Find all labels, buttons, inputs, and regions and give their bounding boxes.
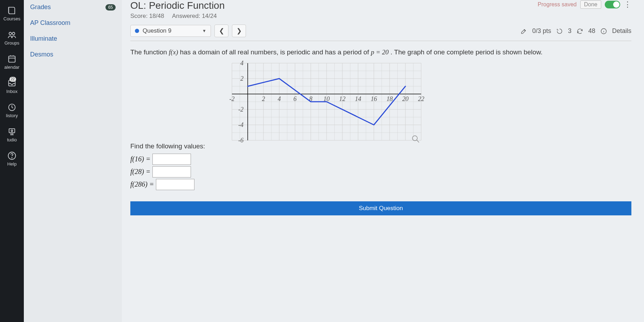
book-icon bbox=[7, 6, 17, 15]
answer-label: f(28) = bbox=[130, 168, 150, 176]
rail-label: Help bbox=[7, 161, 17, 167]
course-nav-illuminate[interactable]: Illuminate bbox=[30, 35, 116, 42]
retry-icon bbox=[556, 27, 563, 34]
main-content: OL: Periodic Function Score: 18/48 Answe… bbox=[122, 0, 644, 322]
rail-label: tudio bbox=[7, 137, 17, 142]
svg-text:4: 4 bbox=[240, 60, 244, 67]
rail-label: listory bbox=[6, 113, 18, 118]
left-rail: Courses Groups alendar 22 Inbox listory … bbox=[0, 0, 24, 322]
svg-text:12: 12 bbox=[339, 95, 345, 102]
details-link[interactable]: Details bbox=[612, 27, 631, 35]
progress-saved-label: Progress saved bbox=[538, 1, 577, 8]
svg-text:6: 6 bbox=[294, 95, 297, 102]
svg-rect-2 bbox=[9, 56, 15, 62]
rail-label: Groups bbox=[5, 40, 20, 46]
math-fx: f(x) bbox=[169, 48, 178, 56]
svg-text:2: 2 bbox=[262, 95, 265, 102]
rail-badge: 22 bbox=[9, 77, 16, 82]
people-icon bbox=[7, 30, 17, 40]
info-icon bbox=[600, 27, 607, 34]
svg-text:-2: -2 bbox=[229, 95, 235, 102]
course-nav-grades[interactable]: Grades bbox=[30, 4, 51, 11]
done-button[interactable]: Done bbox=[580, 0, 601, 9]
answers-block: f(16) = f(28) = f(286) = bbox=[130, 152, 631, 192]
calendar-icon bbox=[7, 54, 17, 64]
help-icon bbox=[7, 151, 17, 161]
menu-dots-icon[interactable]: ⋮ bbox=[624, 0, 631, 9]
retries-label: 3 bbox=[568, 27, 571, 35]
rail-item-studio[interactable]: tudio bbox=[7, 127, 17, 142]
svg-point-65 bbox=[412, 136, 417, 141]
svg-text:16: 16 bbox=[371, 95, 377, 102]
svg-text:-4: -4 bbox=[238, 121, 244, 128]
svg-text:4: 4 bbox=[278, 95, 281, 102]
rail-item-courses[interactable]: Courses bbox=[4, 6, 20, 21]
answer-label: f(16) = bbox=[130, 155, 150, 163]
svg-point-8 bbox=[12, 157, 12, 158]
course-nav-apclassroom[interactable]: AP Classroom bbox=[30, 19, 116, 27]
svg-point-1 bbox=[12, 32, 15, 35]
rail-item-inbox[interactable]: 22 Inbox bbox=[6, 78, 18, 94]
answer-label: f(286) = bbox=[130, 180, 154, 188]
question-bar: Question 9 ▼ ❮ ❯ 0/3 pts 3 48 Details bbox=[130, 25, 631, 41]
attempts-label: 48 bbox=[588, 27, 595, 35]
answer-input-f16[interactable] bbox=[152, 154, 191, 165]
function-graph: -224681012141618202242-2-4-6 bbox=[211, 60, 631, 152]
edit-icon bbox=[520, 27, 527, 34]
answer-row: f(286) = bbox=[130, 179, 631, 190]
points-label: 0/3 pts bbox=[532, 27, 551, 35]
rail-label: alendar bbox=[4, 65, 19, 70]
svg-text:18: 18 bbox=[386, 95, 393, 102]
find-values-label: Find the following values: bbox=[130, 142, 631, 150]
answer-input-f28[interactable] bbox=[152, 166, 191, 177]
page-title: OL: Periodic Function bbox=[130, 0, 538, 11]
question-label: Question 9 bbox=[143, 27, 171, 34]
answer-input-f286[interactable] bbox=[156, 179, 194, 190]
course-nav: Grades 65 AP Classroom Illuminate Desmos bbox=[24, 0, 122, 322]
question-selector[interactable]: Question 9 ▼ bbox=[130, 25, 211, 37]
course-nav-desmos[interactable]: Desmos bbox=[30, 51, 116, 58]
rail-label: Courses bbox=[4, 16, 20, 21]
prev-question-button[interactable]: ❮ bbox=[214, 25, 228, 37]
svg-point-0 bbox=[9, 32, 12, 35]
svg-text:22: 22 bbox=[418, 95, 424, 102]
score-label: Score: 18/48 bbox=[130, 13, 164, 19]
rail-item-calendar[interactable]: alendar bbox=[4, 54, 19, 70]
rail-item-history[interactable]: listory bbox=[6, 102, 18, 118]
refresh-icon bbox=[576, 27, 583, 34]
rail-item-groups[interactable]: Groups bbox=[5, 30, 20, 46]
answer-row: f(16) = bbox=[130, 154, 631, 165]
question-text: The function f(x) has a domain of all re… bbox=[130, 47, 631, 58]
dark-mode-toggle[interactable] bbox=[605, 1, 620, 8]
caret-down-icon: ▼ bbox=[202, 28, 206, 33]
svg-text:2: 2 bbox=[240, 75, 244, 82]
status-dot-icon bbox=[135, 29, 139, 33]
answered-label: Answered: 14/24 bbox=[172, 13, 217, 19]
clock-icon bbox=[7, 102, 17, 112]
studio-icon bbox=[7, 127, 17, 136]
svg-text:14: 14 bbox=[355, 95, 361, 102]
svg-rect-5 bbox=[9, 129, 15, 133]
math-p: p = 20 bbox=[371, 48, 389, 56]
submit-question-button[interactable]: Submit Question bbox=[130, 201, 631, 215]
answer-row: f(28) = bbox=[130, 166, 631, 177]
svg-text:-2: -2 bbox=[238, 106, 244, 113]
svg-text:20: 20 bbox=[402, 95, 409, 102]
next-question-button[interactable]: ❯ bbox=[232, 25, 246, 37]
rail-label: Inbox bbox=[6, 89, 18, 94]
rail-item-help[interactable]: Help bbox=[7, 151, 17, 167]
svg-point-6 bbox=[11, 130, 13, 132]
course-nav-badge: 65 bbox=[105, 4, 116, 11]
